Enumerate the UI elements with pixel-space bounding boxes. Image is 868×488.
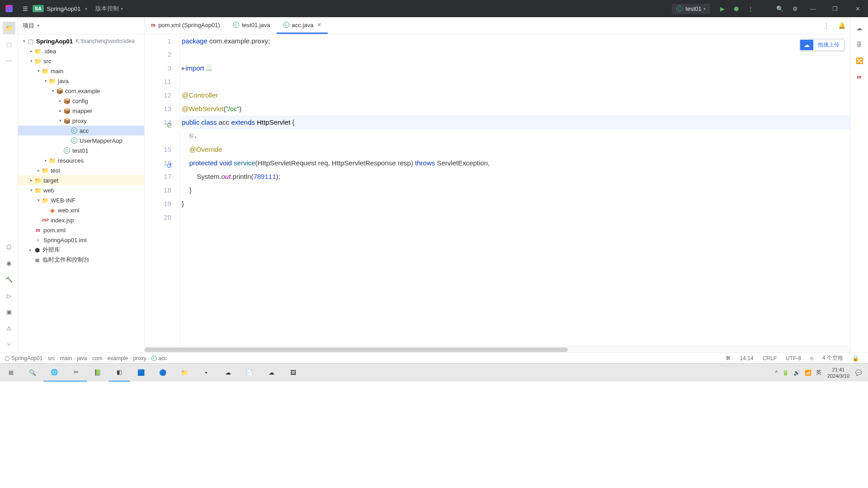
tree-file-indexjsp[interactable]: JSPindex.jsp — [18, 215, 144, 225]
tree-file-pomxml[interactable]: mpom.xml — [18, 225, 144, 235]
tree-package-comexample[interactable]: ▾📦com.example — [18, 86, 144, 96]
run-icon[interactable]: ▷ — [3, 289, 15, 302]
more-icon[interactable]: ⋮ — [748, 5, 754, 12]
taskbar-clock[interactable]: 21:41 2024/3/10 — [827, 366, 849, 379]
build-icon[interactable]: 🛠 — [726, 355, 731, 361]
build-icon[interactable]: 🔨 — [3, 273, 15, 286]
chevron-down-icon[interactable]: ▾ — [121, 6, 123, 11]
maven-icon[interactable]: m — [853, 70, 866, 83]
tree-folder-webinf[interactable]: ▾📁WEB-INF — [18, 195, 144, 205]
taskbar-app[interactable]: ☁ — [217, 364, 239, 382]
tabs-more-icon[interactable]: ⋮ — [819, 17, 834, 34]
tree-class-acc[interactable]: Cacc — [18, 126, 144, 136]
code-editor[interactable]: 1 2 3 11 12 13 14⊘ 15 16↺ 17 18 19 20 pa… — [145, 34, 850, 346]
tree-class-test01[interactable]: Ctest01 — [18, 145, 144, 155]
vcs-menu[interactable]: 版本控制 — [95, 5, 119, 13]
taskbar-app[interactable]: ✂ — [65, 364, 87, 382]
status-indent[interactable]: 4 个空格 — [822, 354, 843, 362]
problems-icon[interactable]: ⚠ — [3, 322, 15, 334]
debug-icon[interactable]: ⬢ — [734, 5, 739, 12]
volume-icon[interactable]: 🔊 — [793, 370, 800, 376]
editor-hscroll[interactable] — [145, 346, 850, 352]
more-tool-icon[interactable]: ⋯ — [3, 54, 15, 67]
tray-chevron-icon[interactable]: ^ — [775, 370, 778, 376]
tree-external-libs[interactable]: ▸⬢外部库 — [18, 245, 144, 255]
tree-file-webxml[interactable]: ◆web.xml — [18, 205, 144, 215]
minimize-button[interactable]: — — [802, 5, 823, 12]
wifi-icon[interactable]: 📶 — [805, 370, 811, 376]
tab-test01[interactable]: Ctest01.java — [226, 17, 277, 34]
tree-class-usermapperaop[interactable]: CUserMapperAop — [18, 136, 144, 145]
endpoints-icon[interactable]: 🔀 — [853, 54, 866, 67]
close-button[interactable]: ✕ — [847, 5, 868, 12]
status-encoding[interactable]: UTF-8 — [786, 355, 801, 361]
tree-package-config[interactable]: ▸📦config — [18, 96, 144, 106]
tree-folder-idea[interactable]: ▸📁.idea — [18, 46, 144, 56]
readonly-icon[interactable]: ⎋ — [810, 355, 813, 361]
system-tray[interactable]: ^ 🔋 🔊 📶 英 21:41 2024/3/10 💬 — [769, 366, 868, 379]
bc-item[interactable]: java — [77, 355, 87, 361]
start-button[interactable]: ⊞ — [0, 364, 22, 382]
battery-icon[interactable]: 🔋 — [782, 370, 789, 376]
project-panel-header[interactable]: 项目 ▾ — [18, 17, 144, 34]
bc-item[interactable]: SpringAop01 — [11, 355, 42, 361]
terminal-icon[interactable]: ▣ — [3, 305, 15, 318]
tree-folder-test[interactable]: ▸📁test — [18, 165, 144, 175]
maximize-button[interactable]: ❐ — [825, 5, 845, 12]
taskbar-app-explorer[interactable]: 📁 — [174, 364, 195, 382]
gear-icon[interactable]: ⚙ — [793, 5, 798, 12]
tree-root[interactable]: ▾▢SpringAop01K:\biancheng\works\idea — [18, 36, 144, 46]
project-tool-icon[interactable]: 📁 — [3, 22, 15, 34]
project-name[interactable]: SpringAop01 — [47, 5, 80, 12]
override-icon[interactable]: ↺ — [166, 159, 172, 165]
close-icon[interactable]: ✕ — [317, 22, 321, 28]
bc-item[interactable]: proxy — [133, 355, 146, 361]
tree-folder-src[interactable]: ▾📁src — [18, 56, 144, 66]
taskbar-app[interactable]: 📄 — [239, 364, 260, 382]
bc-item[interactable]: acc — [158, 355, 167, 361]
code-content[interactable]: package com.example.proxy; ▸import ... @… — [180, 34, 850, 346]
run-config-selector[interactable]: C test01 ▾ — [672, 4, 710, 14]
bc-item[interactable]: main — [60, 355, 72, 361]
git-icon[interactable]: ⑂ — [3, 338, 15, 351]
tree-package-mapper[interactable]: ▸📦mapper — [18, 106, 144, 116]
taskbar-app-intellij[interactable]: ◧ — [108, 364, 130, 382]
tree-folder-resources[interactable]: ▸📁resources — [18, 155, 144, 165]
database-icon[interactable]: 🗄 — [853, 38, 866, 51]
tree-scratches[interactable]: ≣临时文件和控制台 — [18, 255, 144, 265]
tab-acc[interactable]: Cacc.java✕ — [277, 17, 328, 34]
taskbar-app-edge[interactable]: 🌐 — [43, 364, 65, 382]
services-icon[interactable]: ⬡ — [3, 240, 15, 253]
taskbar-app[interactable]: 🖼 — [282, 364, 304, 382]
tree-folder-target[interactable]: ▸📁target — [18, 175, 144, 185]
action-center-icon[interactable]: 💬 — [855, 370, 862, 376]
bc-item[interactable]: src — [48, 355, 55, 361]
run-tool-icon[interactable]: ◉ — [3, 257, 15, 269]
status-cursor[interactable]: 14:14 — [740, 355, 754, 361]
taskbar-app[interactable]: 🔵 — [152, 364, 174, 382]
taskbar-app[interactable]: 🟦 — [130, 364, 152, 382]
tree-package-proxy[interactable]: ▾📦proxy — [18, 116, 144, 126]
bc-item[interactable]: com — [92, 355, 103, 361]
tree-file-iml[interactable]: ▫SpringAop01.iml — [18, 235, 144, 245]
tree-folder-web[interactable]: ▾📁web — [18, 185, 144, 195]
structure-tool-icon[interactable]: ⬚ — [3, 38, 15, 51]
search-icon[interactable]: 🔍 — [776, 5, 783, 12]
status-lock-icon[interactable]: 🔒 — [852, 355, 859, 361]
chevron-down-icon[interactable]: ▾ — [85, 6, 87, 11]
cloud-sync-icon[interactable]: ☁ — [853, 22, 866, 34]
status-line-ending[interactable]: CRLF — [763, 355, 777, 361]
taskbar-app-terminal[interactable]: ▪ — [195, 364, 217, 382]
ime-indicator[interactable]: 英 — [816, 369, 821, 376]
notifications-icon[interactable]: 🔔 — [834, 17, 850, 34]
run-icon[interactable]: ▶ — [720, 5, 725, 12]
taskbar-app[interactable]: 📗 — [87, 364, 108, 382]
tab-pom[interactable]: mpom.xml (SpringAop01) — [145, 17, 226, 34]
tree-folder-main[interactable]: ▾📁main — [18, 66, 144, 76]
bc-item[interactable]: example — [108, 355, 128, 361]
upload-button[interactable]: ☁ 拖拽上传 — [800, 39, 844, 51]
hamburger-icon[interactable]: ☰ — [23, 5, 28, 12]
tree-folder-java[interactable]: ▾📁java — [18, 76, 144, 86]
search-button[interactable]: 🔍 — [22, 364, 43, 382]
taskbar-app[interactable]: ☁ — [260, 364, 282, 382]
